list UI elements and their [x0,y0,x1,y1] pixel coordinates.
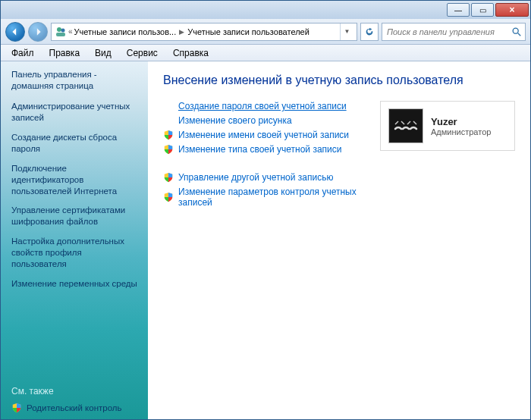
sidebar-home-link[interactable]: Панель управления - домашняя страница [11,69,139,92]
sidebar-parental-control[interactable]: Родительский контроль [11,403,139,413]
search-input[interactable] [385,27,511,37]
task-uac-settings[interactable]: Изменение параметров контроля учетных за… [163,186,366,208]
shield-icon [163,172,174,183]
avatar [388,108,423,143]
menu-bar: Файл Правка Вид Сервис Справка [1,45,530,61]
page-title: Внесение изменений в учетную запись поль… [163,74,515,87]
sidebar-see-also-label: См. также [11,386,139,396]
menu-help[interactable]: Справка [165,46,216,60]
maximize-button[interactable]: ▭ [471,3,494,17]
task-list: Создание пароля своей учетной записи Изм… [163,101,366,212]
menu-service[interactable]: Сервис [119,46,165,60]
user-info: Yuzer Администратор [431,116,491,136]
breadcrumb-chevrons[interactable]: « [68,27,73,36]
search-icon [511,27,522,37]
shield-icon [163,192,174,202]
sidebar-item-certificates[interactable]: Управление сертификатами шифрования файл… [11,205,139,227]
menu-edit[interactable]: Правка [42,46,88,60]
arrow-left-icon [11,27,20,36]
svg-point-1 [61,28,65,32]
close-button[interactable]: × [495,3,529,17]
task-manage-other[interactable]: Управление другой учетной записью [163,172,366,183]
task-change-picture-label: Изменение своего рисунка [178,115,292,126]
main-content: Внесение изменений в учетную запись поль… [148,61,530,419]
task-manage-other-label: Управление другой учетной записью [178,172,333,183]
task-change-picture[interactable]: Изменение своего рисунка [163,115,366,126]
user-card: Yuzer Администратор [380,101,515,151]
svg-rect-5 [391,111,421,141]
svg-point-3 [513,28,518,33]
breadcrumb-item-2[interactable]: Учетные записи пользователей [187,27,309,36]
task-create-password-label: Создание пароля своей учетной записи [178,101,347,111]
task-create-password[interactable]: Создание пароля своей учетной записи [163,101,366,111]
content-row: Создание пароля своей учетной записи Изм… [163,101,515,212]
user-name: Yuzer [431,116,491,127]
body: Панель управления - домашняя страница Ад… [1,61,530,419]
task-change-type[interactable]: Изменение типа своей учетной записи [163,144,366,155]
sidebar-item-profile-props[interactable]: Настройка дополнительных свойств профиля… [11,236,139,270]
control-panel-window: — ▭ × « Учетные записи пользов... ▶ Учет… [0,0,531,420]
sidebar-item-reset-disk[interactable]: Создание дискеты сброса пароля [11,132,139,155]
task-uac-settings-label: Изменение параметров контроля учетных за… [178,186,366,208]
svg-line-4 [518,33,521,36]
sidebar-parental-label: Родительский контроль [27,403,122,412]
task-change-name[interactable]: Изменение имени своей учетной записи [163,130,366,140]
search-box[interactable] [382,23,526,41]
breadcrumb-dropdown-icon[interactable]: ▼ [340,24,353,40]
sidebar-nav: Администрирование учетных записей Создан… [11,101,139,386]
back-button[interactable] [5,22,25,42]
sidebar: Панель управления - домашняя страница Ад… [1,61,148,419]
user-role: Администратор [431,127,491,136]
shield-icon [11,403,22,413]
sidebar-item-link-ids[interactable]: Подключение идентификаторов пользователе… [11,163,139,197]
refresh-button[interactable] [360,23,379,41]
menu-view[interactable]: Вид [87,46,119,60]
shield-icon [163,144,174,155]
breadcrumb-item-1[interactable]: Учетные записи пользов... [74,27,177,36]
minimize-button[interactable]: — [447,3,470,17]
navigation-bar: « Учетные записи пользов... ▶ Учетные за… [1,19,530,45]
user-accounts-icon [55,26,67,38]
task-change-name-label: Изменение имени своей учетной записи [178,130,349,140]
menu-file[interactable]: Файл [4,46,42,60]
breadcrumb[interactable]: « Учетные записи пользов... ▶ Учетные за… [51,23,357,41]
titlebar: — ▭ × [1,1,530,19]
arrow-right-icon [33,27,42,36]
breadcrumb-separator-icon: ▶ [178,28,186,36]
task-change-type-label: Изменение типа своей учетной записи [178,144,341,155]
sidebar-item-env-vars[interactable]: Изменение переменных среды [11,278,139,290]
forward-button[interactable] [28,22,48,42]
refresh-icon [364,27,375,37]
svg-point-0 [57,27,61,32]
svg-rect-2 [56,33,65,36]
shield-icon [163,130,174,140]
sidebar-item-admin-accounts[interactable]: Администрирование учетных записей [11,101,139,124]
